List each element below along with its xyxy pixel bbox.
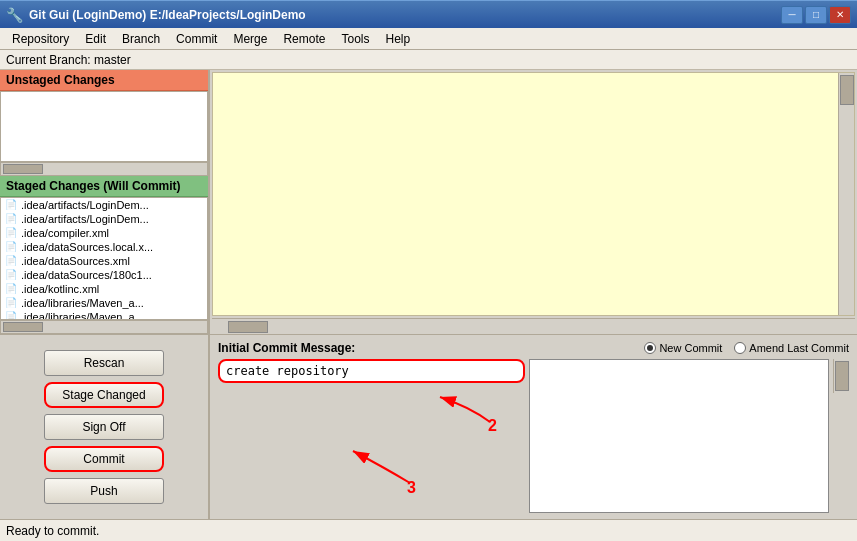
- app-icon: 🔧: [6, 7, 23, 23]
- diff-hscrollbar[interactable]: [212, 318, 855, 334]
- commit-message-label: Initial Commit Message:: [218, 341, 355, 355]
- stage-changed-button[interactable]: Stage Changed: [44, 382, 164, 408]
- title-bar: 🔧 Git Gui (LoginDemo) E:/IdeaProjects/Lo…: [0, 0, 857, 28]
- branch-text: Current Branch: master: [6, 53, 131, 67]
- close-button[interactable]: ✕: [829, 6, 851, 24]
- staged-file-item[interactable]: 📄.idea/dataSources/180c1...: [1, 268, 207, 282]
- unstaged-header: Unstaged Changes: [0, 70, 208, 91]
- diff-area[interactable]: [212, 72, 855, 316]
- staged-file-item[interactable]: 📄.idea/dataSources.xml: [1, 254, 207, 268]
- staged-file-item[interactable]: 📄.idea/artifacts/LoginDem...: [1, 212, 207, 226]
- minimize-button[interactable]: ─: [781, 6, 803, 24]
- staged-file-item[interactable]: 📄.idea/libraries/Maven_a...: [1, 296, 207, 310]
- radio-amend[interactable]: Amend Last Commit: [734, 342, 849, 354]
- title-text: Git Gui (LoginDemo) E:/IdeaProjects/Logi…: [29, 8, 306, 22]
- menu-tools[interactable]: Tools: [333, 28, 377, 49]
- menu-branch[interactable]: Branch: [114, 28, 168, 49]
- commit-vscrollbar[interactable]: [833, 359, 849, 393]
- radio-group: New Commit Amend Last Commit: [644, 342, 849, 354]
- rescan-button[interactable]: Rescan: [44, 350, 164, 376]
- diff-vscrollbar[interactable]: [838, 73, 854, 315]
- push-button[interactable]: Push: [44, 478, 164, 504]
- unstaged-hscrollbar[interactable]: [0, 162, 208, 176]
- maximize-button[interactable]: □: [805, 6, 827, 24]
- staged-file-item[interactable]: 📄.idea/libraries/Maven_a...: [1, 310, 207, 320]
- radio-new-commit[interactable]: New Commit: [644, 342, 722, 354]
- radio-amend-circle[interactable]: [734, 342, 746, 354]
- menu-bar: Repository Edit Branch Commit Merge Remo…: [0, 28, 857, 50]
- unstaged-file-list[interactable]: [0, 91, 208, 162]
- branch-bar: Current Branch: master: [0, 50, 857, 70]
- menu-commit[interactable]: Commit: [168, 28, 225, 49]
- commit-button[interactable]: Commit: [44, 446, 164, 472]
- staged-header: Staged Changes (Will Commit): [0, 176, 208, 197]
- menu-merge[interactable]: Merge: [225, 28, 275, 49]
- radio-new-commit-circle[interactable]: [644, 342, 656, 354]
- sign-off-button[interactable]: Sign Off: [44, 414, 164, 440]
- staged-file-item[interactable]: 📄.idea/dataSources.local.x...: [1, 240, 207, 254]
- status-bar: Ready to commit.: [0, 519, 857, 541]
- menu-remote[interactable]: Remote: [275, 28, 333, 49]
- status-text: Ready to commit.: [6, 524, 99, 538]
- staged-file-item[interactable]: 📄.idea/artifacts/LoginDem...: [1, 198, 207, 212]
- menu-edit[interactable]: Edit: [77, 28, 114, 49]
- staged-file-item[interactable]: 📄.idea/kotlinc.xml: [1, 282, 207, 296]
- menu-help[interactable]: Help: [377, 28, 418, 49]
- commit-message-input[interactable]: [218, 359, 525, 383]
- staged-file-list[interactable]: 📄.idea/artifacts/LoginDem...📄.idea/artif…: [0, 197, 208, 320]
- commit-textarea[interactable]: [529, 359, 830, 513]
- staged-hscrollbar[interactable]: [0, 320, 208, 334]
- staged-file-item[interactable]: 📄.idea/compiler.xml: [1, 226, 207, 240]
- menu-repository[interactable]: Repository: [4, 28, 77, 49]
- buttons-panel: Rescan Stage Changed Sign Off Commit Pus…: [0, 335, 210, 519]
